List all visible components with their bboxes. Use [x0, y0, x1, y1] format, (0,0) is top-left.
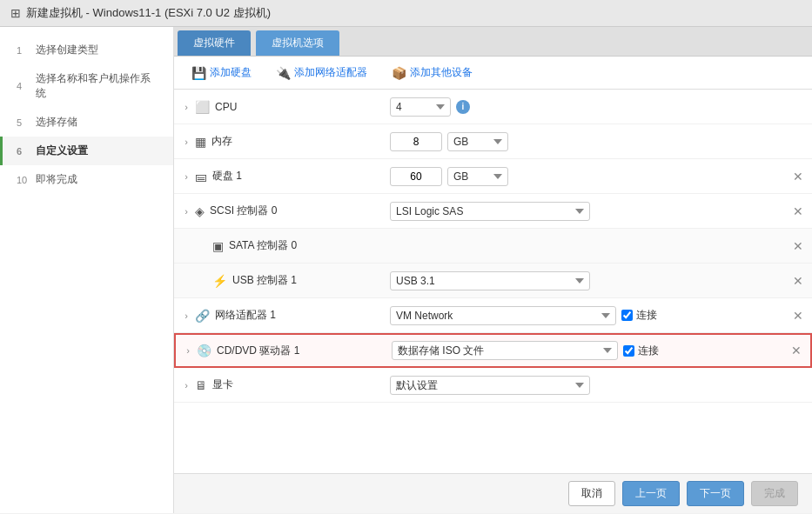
tab-vm-options[interactable]: 虚拟机选项 — [256, 30, 339, 56]
hdd-icon: 🖴 — [195, 170, 207, 184]
gpu-select[interactable]: 默认设置自定义 — [390, 376, 590, 395]
expand-icon-cpu[interactable]: › — [174, 102, 191, 112]
nic1-connect-text: 连接 — [636, 308, 657, 323]
device-row-cpu: ›⬜CPU124816i — [174, 90, 812, 124]
prev-button[interactable]: 上一页 — [622, 481, 680, 506]
step-num: 1 — [17, 45, 30, 56]
sidebar-label: 选择存储 — [36, 115, 77, 130]
scsi0-select[interactable]: LSI Logic SASLSI Logic ParallelVMware Pa… — [390, 202, 590, 221]
step-num: 5 — [17, 117, 30, 128]
device-row-gpu: ›🖥显卡默认设置自定义 — [174, 368, 812, 403]
device-controls-hdd1: MBGB — [383, 167, 791, 186]
sidebar-item-step5[interactable]: 5选择存储 — [0, 108, 173, 137]
device-label-group-sata0: ▣SATA 控制器 0 — [191, 238, 383, 253]
device-controls-scsi0: LSI Logic SASLSI Logic ParallelVMware Pa… — [383, 202, 791, 221]
sidebar: 1选择创建类型4选择名称和客户机操作系统5选择存储6自定义设置10即将完成 — [0, 27, 174, 513]
memory-value-input[interactable] — [390, 132, 442, 151]
device-label-group-usb1: ⚡USB 控制器 1 — [191, 273, 383, 288]
device-controls-nic1: VM NetworkVM Network 2连接 — [383, 306, 791, 325]
device-controls-usb1: USB 2.0USB 3.0USB 3.1 — [383, 271, 791, 290]
cddvd-icon: 💿 — [197, 344, 211, 357]
nic1-connect-label[interactable]: 连接 — [621, 308, 657, 323]
info-icon-cpu[interactable]: i — [456, 100, 470, 114]
expand-icon-memory[interactable]: › — [174, 137, 191, 147]
content-area: 虚拟硬件 虚拟机选项 💾 添加硬盘 🔌 添加网络适配器 📦 添加其他设备 ›⬜C… — [174, 27, 812, 513]
expand-icon-hdd1[interactable]: › — [174, 171, 191, 182]
remove-icon-sata0[interactable]: ✕ — [791, 239, 812, 253]
sidebar-item-step10[interactable]: 10即将完成 — [0, 165, 173, 194]
device-row-cddvd1: ›💿CD/DVD 驱动器 1数据存储 ISO 文件客户端设备主机设备连接✕ — [174, 333, 812, 368]
device-row-nic1: ›🔗网络适配器 1VM NetworkVM Network 2连接✕ — [174, 298, 812, 333]
expand-icon-cddvd1[interactable]: › — [176, 345, 193, 356]
finish-button[interactable]: 完成 — [751, 481, 798, 506]
remove-icon-scsi0[interactable]: ✕ — [791, 204, 812, 218]
sidebar-label: 选择创建类型 — [36, 43, 98, 57]
sidebar-label: 即将完成 — [36, 172, 77, 187]
device-row-memory: ›▦内存MBGB — [174, 124, 812, 159]
usb1-select[interactable]: USB 2.0USB 3.0USB 3.1 — [390, 271, 590, 290]
nic-icon: 🔗 — [195, 309, 210, 323]
sata-icon: ▣ — [212, 239, 224, 253]
device-list: ›⬜CPU124816i›▦内存MBGB›🖴硬盘 1MBGB✕›◈SCSI 控制… — [174, 90, 812, 473]
vm-icon: ⊞ — [10, 6, 21, 20]
device-controls-memory: MBGB — [383, 132, 791, 151]
device-label-group-hdd1: 🖴硬盘 1 — [191, 169, 383, 184]
device-label-text-memory: 内存 — [211, 134, 232, 149]
sidebar-item-step4[interactable]: 4选择名称和客户机操作系统 — [0, 64, 173, 108]
add-network-label: 添加网络适配器 — [294, 65, 367, 80]
tab-bar: 虚拟硬件 虚拟机选项 — [174, 27, 812, 57]
gpu-icon: 🖥 — [195, 378, 207, 392]
cpu-icon: ⬜ — [195, 100, 210, 114]
expand-icon-nic1[interactable]: › — [174, 310, 191, 321]
sidebar-item-step6[interactable]: 6自定义设置 — [0, 137, 173, 165]
device-label-text-nic1: 网络适配器 1 — [215, 308, 276, 323]
next-button[interactable]: 下一页 — [687, 481, 744, 506]
device-label-group-scsi0: ◈SCSI 控制器 0 — [191, 204, 383, 218]
memory-unit-select[interactable]: MBGB — [447, 132, 508, 151]
device-label-group-cddvd1: 💿CD/DVD 驱动器 1 — [193, 344, 385, 358]
expand-icon-scsi0[interactable]: › — [174, 206, 191, 217]
sidebar-label: 自定义设置 — [36, 144, 88, 158]
device-label-group-nic1: 🔗网络适配器 1 — [191, 308, 383, 323]
remove-icon-nic1[interactable]: ✕ — [791, 309, 812, 323]
remove-icon-cddvd1[interactable]: ✕ — [789, 344, 810, 357]
device-controls-cpu: 124816i — [383, 97, 791, 117]
sidebar-item-step1[interactable]: 1选择创建类型 — [0, 36, 173, 64]
tab-virtual-hardware[interactable]: 虚拟硬件 — [178, 30, 251, 56]
add-network-button[interactable]: 🔌 添加网络适配器 — [272, 63, 371, 82]
step-num: 4 — [17, 81, 30, 91]
hdd1-value-input[interactable] — [390, 167, 442, 186]
device-label-group-memory: ▦内存 — [191, 134, 383, 149]
add-hdd-button[interactable]: 💾 添加硬盘 — [188, 63, 255, 82]
step-num: 6 — [17, 146, 30, 157]
device-label-text-cddvd1: CD/DVD 驱动器 1 — [217, 344, 299, 358]
remove-icon-usb1[interactable]: ✕ — [791, 274, 812, 288]
device-row-hdd1: ›🖴硬盘 1MBGB✕ — [174, 159, 812, 194]
remove-icon-hdd1[interactable]: ✕ — [791, 170, 812, 184]
other-icon: 📦 — [392, 66, 406, 80]
cddvd1-connect-label[interactable]: 连接 — [623, 344, 659, 358]
device-label-text-hdd1: 硬盘 1 — [212, 169, 242, 184]
network-icon: 🔌 — [276, 66, 291, 80]
cddvd1-connect-checkbox[interactable] — [623, 345, 634, 357]
scsi-icon: ◈ — [195, 204, 205, 218]
device-label-group-cpu: ⬜CPU — [191, 100, 383, 114]
usb-icon: ⚡ — [212, 274, 227, 288]
cddvd1-select[interactable]: 数据存储 ISO 文件客户端设备主机设备 — [392, 341, 618, 360]
memory-icon: ▦ — [195, 135, 206, 149]
device-label-text-gpu: 显卡 — [212, 377, 233, 392]
device-label-text-scsi0: SCSI 控制器 0 — [210, 204, 277, 218]
hdd1-unit-select[interactable]: MBGB — [447, 167, 508, 186]
cddvd1-connect-text: 连接 — [638, 344, 659, 358]
nic1-connect-checkbox[interactable] — [621, 310, 633, 321]
cpu-count-select[interactable]: 124816 — [390, 97, 451, 117]
sidebar-label: 选择名称和客户机操作系统 — [36, 71, 159, 101]
device-label-group-gpu: 🖥显卡 — [191, 377, 383, 392]
device-row-usb1: ⚡USB 控制器 1USB 2.0USB 3.0USB 3.1✕ — [174, 264, 812, 298]
title-text: 新建虚拟机 - Windows11-1 (ESXi 7.0 U2 虚拟机) — [26, 5, 271, 21]
expand-icon-gpu[interactable]: › — [174, 380, 191, 391]
add-other-button[interactable]: 📦 添加其他设备 — [388, 63, 476, 82]
device-controls-cddvd1: 数据存储 ISO 文件客户端设备主机设备连接 — [385, 341, 789, 360]
nic1-select[interactable]: VM NetworkVM Network 2 — [390, 306, 616, 325]
cancel-button[interactable]: 取消 — [568, 481, 615, 506]
